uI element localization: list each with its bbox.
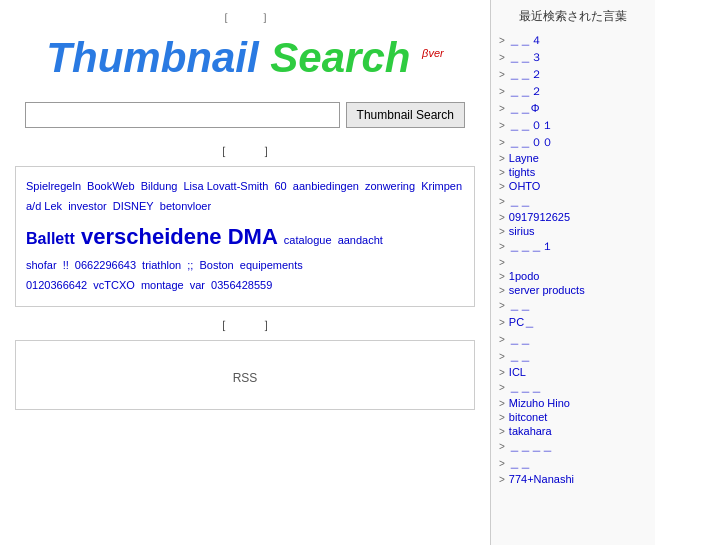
list-item[interactable]: 0662296643	[75, 259, 136, 271]
sidebar-item: > ＿＿	[499, 332, 647, 347]
sidebar-item: > ＿＿＿１	[499, 239, 647, 254]
sidebar-link[interactable]: Mizuho Hino	[509, 397, 570, 409]
sidebar-link[interactable]: ＿＿	[509, 349, 531, 364]
list-item[interactable]: 60	[274, 180, 286, 192]
sidebar-link[interactable]: ＿＿＿＿	[509, 439, 553, 454]
sidebar-item: > ＿＿３	[499, 50, 647, 65]
list-item[interactable]: Ballett	[26, 230, 75, 247]
logo-thumbnail: Thumbnail	[46, 34, 258, 81]
sidebar-link[interactable]: 1podo	[509, 270, 540, 282]
sidebar-title: 最近検索された言葉	[499, 8, 647, 25]
chevron-right-icon: >	[499, 153, 505, 164]
list-item[interactable]: aanbiedingen	[293, 180, 359, 192]
sidebar-link[interactable]: sirius	[509, 225, 535, 237]
list-item[interactable]: BookWeb	[87, 180, 135, 192]
list-item[interactable]: betonvloer	[160, 200, 211, 212]
chevron-right-icon: >	[499, 86, 505, 97]
chevron-right-icon: >	[499, 426, 505, 437]
chevron-right-icon: >	[499, 317, 505, 328]
sidebar-link[interactable]: 0917912625	[509, 211, 570, 223]
list-item[interactable]: shofar	[26, 259, 57, 271]
list-item[interactable]: Spielregeln	[26, 180, 81, 192]
list-item[interactable]: aandacht	[338, 234, 383, 246]
chevron-right-icon: >	[499, 367, 505, 378]
sidebar-link[interactable]: ＿＿３	[509, 50, 542, 65]
chevron-right-icon: >	[499, 69, 505, 80]
logo-area: Thumbnail Search βver	[15, 29, 475, 87]
search-button[interactable]: Thumbnail Search	[346, 102, 465, 128]
sidebar-link[interactable]: ICL	[509, 366, 526, 378]
list-item[interactable]: !!	[63, 259, 69, 271]
sidebar-link[interactable]: ＿＿０１	[509, 118, 553, 133]
list-item[interactable]: verscheidene	[81, 224, 222, 249]
sidebar-item: > bitconet	[499, 411, 647, 423]
logo: Thumbnail Search βver	[46, 37, 443, 79]
chevron-right-icon: >	[499, 52, 505, 63]
sidebar-item: > ＿＿Φ	[499, 101, 647, 116]
sidebar-item: > server products	[499, 284, 647, 296]
sidebar-link[interactable]: ＿＿４	[509, 33, 542, 48]
chevron-right-icon: >	[499, 412, 505, 423]
sidebar-link[interactable]	[509, 256, 512, 268]
chevron-right-icon: >	[499, 382, 505, 393]
sidebar-item: > ＿＿４	[499, 33, 647, 48]
sidebar-link[interactable]: OHTO	[509, 180, 541, 192]
chevron-right-icon: >	[499, 196, 505, 207]
list-item[interactable]: montage	[141, 279, 184, 291]
sidebar-link[interactable]: takahara	[509, 425, 552, 437]
logo-search: Search	[270, 34, 410, 81]
list-item[interactable]: 0120366642	[26, 279, 87, 291]
sidebar-link[interactable]: ＿＿２	[509, 84, 542, 99]
sidebar-link[interactable]: bitconet	[509, 411, 548, 423]
list-item[interactable]: ;;	[187, 259, 193, 271]
chevron-right-icon: >	[499, 35, 505, 46]
sidebar-link[interactable]: tights	[509, 166, 535, 178]
sidebar-item: > ＿＿２	[499, 84, 647, 99]
chevron-right-icon: >	[499, 398, 505, 409]
sidebar-link[interactable]: 774+Nanashi	[509, 473, 574, 485]
sidebar-link[interactable]: ＿＿００	[509, 135, 553, 150]
list-item[interactable]: Lisa Lovatt-Smith	[183, 180, 268, 192]
rss-label: RSS	[26, 371, 464, 385]
list-item[interactable]: DMA	[228, 224, 278, 249]
sidebar-link[interactable]: PC＿	[509, 315, 535, 330]
rss-heading: ［ ］	[15, 317, 475, 334]
list-item[interactable]: equipements	[240, 259, 303, 271]
sidebar-item: > tights	[499, 166, 647, 178]
sidebar-link[interactable]: Layne	[509, 152, 539, 164]
list-item[interactable]: Bildung	[141, 180, 178, 192]
sidebar-link[interactable]: ＿＿＿	[509, 380, 542, 395]
list-item[interactable]: var	[190, 279, 205, 291]
list-item[interactable]: investor	[68, 200, 107, 212]
chevron-right-icon: >	[499, 167, 505, 178]
sidebar-link[interactable]: ＿＿	[509, 194, 531, 209]
word-cloud: Spielregeln BookWeb Bildung Lisa Lovatt-…	[15, 166, 475, 307]
sidebar-item: > ＿＿００	[499, 135, 647, 150]
sidebar-item: > Layne	[499, 152, 647, 164]
list-item[interactable]: Boston	[199, 259, 233, 271]
sidebar-item: >	[499, 256, 647, 268]
list-item[interactable]: triathlon	[142, 259, 181, 271]
main-content: ［ ］ Thumbnail Search βver Thumbnail Sear…	[0, 0, 490, 545]
sidebar-item: > Mizuho Hino	[499, 397, 647, 409]
sidebar-link[interactable]: ＿＿	[509, 298, 531, 313]
search-area: Thumbnail Search	[15, 102, 475, 128]
chevron-right-icon: >	[499, 212, 505, 223]
chevron-right-icon: >	[499, 271, 505, 282]
list-item[interactable]: zonwering	[365, 180, 415, 192]
list-item[interactable]: catalogue	[284, 234, 332, 246]
list-item[interactable]: 0356428559	[211, 279, 272, 291]
sidebar-link[interactable]: ＿＿	[509, 456, 531, 471]
sidebar-link[interactable]: server products	[509, 284, 585, 296]
search-input[interactable]	[25, 102, 340, 128]
list-item[interactable]: vcTCXO	[93, 279, 135, 291]
chevron-right-icon: >	[499, 474, 505, 485]
sidebar-item: > 0917912625	[499, 211, 647, 223]
chevron-right-icon: >	[499, 103, 505, 114]
sidebar-link[interactable]: ＿＿２	[509, 67, 542, 82]
sidebar-link[interactable]: ＿＿	[509, 332, 531, 347]
list-item[interactable]: DISNEY	[113, 200, 154, 212]
sidebar-link[interactable]: ＿＿＿１	[509, 239, 553, 254]
sidebar-link[interactable]: ＿＿Φ	[509, 101, 540, 116]
chevron-right-icon: >	[499, 241, 505, 252]
